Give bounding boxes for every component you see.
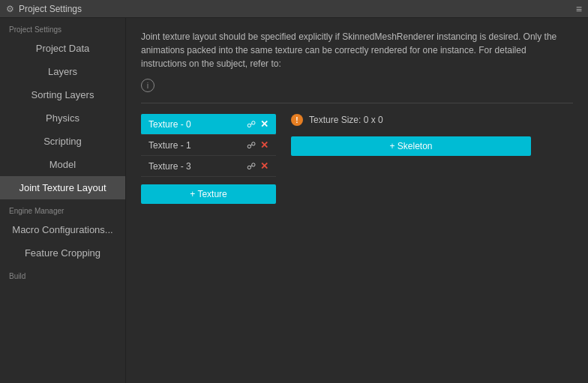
sidebar-item-label: Macro Configurations... <box>12 224 112 235</box>
texture-item-3[interactable]: Texture - 3 ☍ ✕ <box>141 156 276 177</box>
sidebar-item-label: Physics <box>46 112 80 124</box>
sidebar-item-macro-configurations[interactable]: Macro Configurations... <box>0 218 125 241</box>
main-layout: Project Settings Project Data Layers Sor… <box>0 18 588 383</box>
titlebar-title: Project Settings <box>19 4 82 14</box>
add-skeleton-button[interactable]: + Skeleton <box>291 136 531 156</box>
sidebar-item-label: Project Data <box>36 43 90 54</box>
delete-icon-0[interactable]: ✕ <box>260 118 268 130</box>
sidebar-item-label: Feature Cropping <box>25 247 100 259</box>
engine-manager-section-label: Engine Manager <box>0 199 125 218</box>
sidebar-item-joint-texture-layout[interactable]: Joint Texture Layout <box>0 176 125 199</box>
info-icon[interactable]: i <box>141 79 154 92</box>
texture-item-1-label: Texture - 1 <box>148 140 247 151</box>
sidebar-item-layers[interactable]: Layers <box>0 60 125 83</box>
build-section-label: Build <box>0 265 125 283</box>
texture-item-0-label: Texture - 0 <box>148 119 247 130</box>
texture-item-3-label: Texture - 3 <box>148 161 247 172</box>
content-area: Joint texture layout should be specified… <box>126 18 588 383</box>
project-settings-section-label: Project Settings <box>0 18 125 37</box>
sidebar-item-physics[interactable]: Physics <box>0 106 125 130</box>
sidebar-item-model[interactable]: Model <box>0 153 125 176</box>
gear-icon: ⚙ <box>6 4 14 14</box>
sidebar-item-label: Scripting <box>44 136 82 147</box>
texture-list: Texture - 0 ☍ ✕ Texture - 1 ☍ ✕ Te <box>141 114 276 204</box>
sidebar-item-scripting[interactable]: Scripting <box>0 130 125 153</box>
texture-item-0[interactable]: Texture - 0 ☍ ✕ <box>141 114 276 135</box>
edit-icon-0[interactable]: ☍ <box>247 119 256 130</box>
sidebar: Project Settings Project Data Layers Sor… <box>0 18 126 383</box>
add-texture-button[interactable]: + Texture <box>141 184 276 204</box>
warning-icon: ! <box>291 114 303 126</box>
edit-icon-3[interactable]: ☍ <box>247 161 256 172</box>
texture-item-1[interactable]: Texture - 1 ☍ ✕ <box>141 135 276 156</box>
divider <box>141 103 573 103</box>
delete-icon-1[interactable]: ✕ <box>260 139 268 151</box>
columns-layout: Texture - 0 ☍ ✕ Texture - 1 ☍ ✕ Te <box>141 114 573 204</box>
description-text: Joint texture layout should be specified… <box>141 30 573 70</box>
sidebar-item-label: Model <box>50 159 76 170</box>
sidebar-item-sorting-layers[interactable]: Sorting Layers <box>0 83 125 106</box>
sidebar-item-label: Sorting Layers <box>32 89 94 100</box>
sidebar-item-project-data[interactable]: Project Data <box>0 37 125 60</box>
edit-icon-1[interactable]: ☍ <box>247 140 256 151</box>
sidebar-item-label: Joint Texture Layout <box>19 182 106 193</box>
right-column: ! Texture Size: 0 x 0 + Skeleton <box>291 114 573 204</box>
delete-icon-3[interactable]: ✕ <box>260 160 268 172</box>
titlebar: ⚙ Project Settings ≡ <box>0 0 588 18</box>
sidebar-item-feature-cropping[interactable]: Feature Cropping <box>0 241 125 265</box>
titlebar-left: ⚙ Project Settings <box>6 4 82 14</box>
menu-icon[interactable]: ≡ <box>576 3 582 15</box>
texture-size-label: Texture Size: 0 x 0 <box>309 115 383 125</box>
texture-size-row: ! Texture Size: 0 x 0 <box>291 114 573 126</box>
sidebar-item-label: Layers <box>48 66 77 77</box>
texture-item-3-icons: ☍ ✕ <box>247 160 268 172</box>
texture-item-0-icons: ☍ ✕ <box>247 118 268 130</box>
texture-item-1-icons: ☍ ✕ <box>247 139 268 151</box>
